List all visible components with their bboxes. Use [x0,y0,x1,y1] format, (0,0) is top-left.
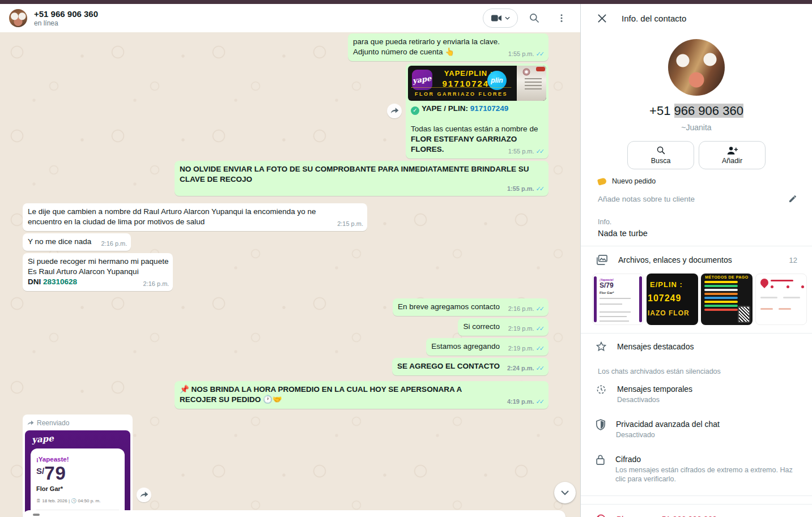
message-row: Y no me dice nada 2:16 p.m. [23,233,549,251]
message-time: 2:24 p.m. [507,363,534,373]
outgoing-message[interactable]: Si correcto 2:19 p.m.✓✓ [458,318,549,336]
outgoing-message[interactable]: Estamos agregando 2:19 p.m.✓✓ [426,338,549,356]
pencil-icon[interactable] [788,194,797,203]
block-contact-row[interactable]: Bloquear a +51 966 906 360 [581,505,812,517]
star-icon [596,341,607,352]
panel-body: +51 966 906 360 ~Juanita Busca Añadir Nu… [581,32,812,517]
selected-phone-text: 966 906 360 [674,104,743,118]
business-label-row[interactable]: Nuevo pedido [581,169,812,185]
message-text: NO OLVIDE ENVIAR LA FOTO DE SU COMPROBAN… [180,165,529,183]
check-circle-icon: ✓ [411,106,419,115]
disappearing-title: Mensajes temporales [617,384,692,394]
receipt-datetime: 🗓 18 feb. 2026 | 🕓 04:50 p. m. [36,496,119,510]
outgoing-image-message[interactable]: yape YAPE/PLIN : 917107249 plin FLOR GAR… [406,63,549,159]
message-time: 2:16 p.m. [508,304,534,314]
incoming-forwarded-image-message[interactable]: Reenviado yape ¡Yapeaste! S/79 Flor Gar*… [23,415,133,517]
receipt-amount: S/79 [36,466,119,482]
video-call-button[interactable] [483,8,518,28]
incoming-message[interactable]: Le dije que cambien a nombre dd Raul Art… [23,203,367,231]
label-name: Nuevo pedido [612,177,656,185]
person-add-icon [727,146,738,155]
archived-muted-note: Los chats archivados están silenciados [581,360,812,377]
panel-title: Info. del contacto [622,14,686,23]
forward-message-button[interactable] [387,104,402,118]
media-stack-icon [596,254,608,266]
message-row: SE AGREGO EL CONTACTO 2:24 p.m.✓✓ [23,358,549,375]
customer-notes-field[interactable]: Añade notas sobre tu cliente [581,185,812,203]
starred-label: Mensajes destacados [617,341,694,352]
outgoing-message[interactable]: NO OLVIDE ENVIAR LA FOTO DE SU COMPROBAN… [175,161,549,196]
message-row: Reenviado yape ¡Yapeaste! S/79 Flor Gar*… [23,415,549,517]
dni-link[interactable]: 28310628 [43,277,77,286]
contact-phone: +51 966 906 360 [581,104,812,118]
contact-avatar-small[interactable] [9,9,27,27]
add-contact-button[interactable]: Añadir [699,141,766,169]
chat-title-block[interactable]: +51 966 906 360 en línea [34,9,476,28]
message-text: En breve agregamos contacto [398,302,500,311]
disappearing-messages-row[interactable]: Mensajes temporales Desactivados [581,377,812,412]
media-count: 12 [789,256,797,264]
message-time: 1:55 p.m. [507,183,534,194]
message-text: Si puede recoger mi hermano mi paquete [28,257,168,267]
media-thumbnail-yape-plin-banner[interactable]: E/PLIN : 107249 IAZO FLOR [647,274,698,325]
message-time: 2:15 p.m. [337,219,363,229]
attach-plus-icon[interactable] [33,514,40,516]
media-thumbnail-payment-methods[interactable]: MÉTODOS DE PAGO [701,274,753,325]
yape-plin-banner-image[interactable]: yape YAPE/PLIN : 917107249 plin FLOR GAR… [408,66,546,101]
about-label: Info. [598,218,795,226]
forward-message-button[interactable] [137,488,151,502]
read-receipt-icon: ✓✓ [536,396,545,407]
incoming-message[interactable]: Y no me dice nada 2:16 p.m. [23,233,131,251]
message-list[interactable]: para que pueda retirarlo y enviarla la c… [0,32,580,517]
media-thumbnail-yape-receipt[interactable]: ¡Yapeaste! S/79 Flor Gar* [592,274,644,325]
about-value: Nada te turbe [598,229,795,238]
message-time: 1:55 p.m. [508,49,534,59]
window-titlebar [0,0,812,4]
outgoing-message[interactable]: para que pueda retirarlo y enviarla la c… [348,33,549,61]
read-receipt-icon: ✓✓ [536,49,545,59]
media-row-label: Archivos, enlaces y documentos [618,255,779,264]
media-thumbnail-delivery-info[interactable] [755,274,807,325]
message-time: 1:55 p.m. [508,146,534,156]
message-time: 2:19 p.m. [508,323,534,334]
message-row: En breve agregamos contacto 2:16 p.m.✓✓ [23,298,549,316]
phone-link[interactable]: 917107249 [470,104,509,113]
receipt-payee: Flor Gar* [36,484,119,494]
menu-kebab-icon[interactable] [551,7,572,29]
read-receipt-icon: ✓✓ [536,343,545,353]
profile-section: +51 966 906 360 ~Juanita Busca Añadir [581,32,812,169]
scroll-to-bottom-button[interactable] [554,482,576,503]
read-receipt-icon: ✓✓ [536,146,545,156]
close-icon[interactable] [591,7,613,29]
outgoing-message[interactable]: 📌 NOS BRINDA LA HORA PROMEDIO EN LA CUAL… [175,381,549,409]
banner-holder-name: FLOR GARRIAZO FLORES [411,87,511,99]
encryption-row[interactable]: Cifrado Los mensajes están cifrados de e… [581,447,812,491]
media-links-docs-row[interactable]: Archivos, enlaces y documentos 12 [581,246,812,272]
starred-messages-row[interactable]: Mensajes destacados [581,334,812,360]
yape-receipt-image[interactable]: yape ¡Yapeaste! S/79 Flor Gar* 🗓 18 feb.… [25,430,130,517]
message-compose-bar[interactable] [23,510,566,517]
message-time: 2:16 p.m. [101,238,127,249]
message-row: Si puede recoger mi hermano mi paquete E… [23,253,549,291]
search-in-chat-button[interactable] [524,7,545,29]
message-text: para que pueda retirarlo y enviarla la c… [353,37,500,47]
outgoing-message[interactable]: En breve agregamos contacto 2:16 p.m.✓✓ [393,298,549,316]
message-text: SE AGREGO EL CONTACTO [397,362,500,370]
read-receipt-icon: ✓✓ [536,363,545,373]
search-contact-button[interactable]: Busca [627,141,694,169]
search-button-label: Busca [651,157,671,165]
banner-red-corner [536,67,545,71]
contact-alias: ~Juanita [581,123,812,132]
message-time: 4:19 p.m. [507,396,534,407]
incoming-message[interactable]: Si puede recoger mi hermano mi paquete E… [23,253,173,291]
read-receipt-icon: ✓✓ [536,183,545,194]
message-row: Si correcto 2:19 p.m.✓✓ [23,318,549,336]
add-button-label: Añadir [722,157,742,165]
block-label: Bloquear a +51 966 906 360 [617,515,717,517]
section-divider [581,495,812,496]
message-text: Estamos agregando [431,342,500,351]
advanced-privacy-row[interactable]: Privacidad avanzada del chat Desactivado [581,412,812,447]
contact-avatar-large[interactable] [668,39,725,96]
outgoing-message[interactable]: SE AGREGO EL CONTACTO 2:24 p.m.✓✓ [392,358,549,375]
chat-header: +51 966 906 360 en línea [0,4,580,32]
